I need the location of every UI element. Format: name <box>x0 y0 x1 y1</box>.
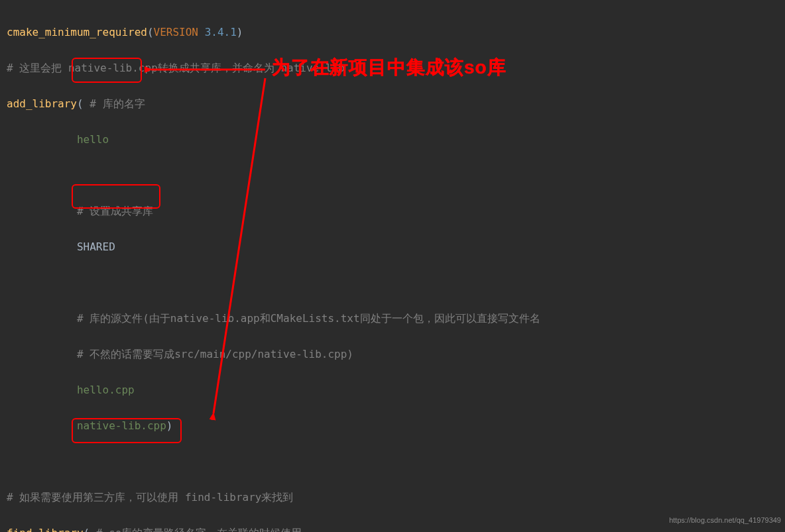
token-comment-hash: # <box>7 62 19 74</box>
token-comment-hash: # <box>77 348 90 360</box>
token-comment: 库的源文件(由于native-lib.app和CMakeLists.txt同处于… <box>90 312 540 325</box>
token-paren: ( <box>147 26 154 38</box>
token-ident-hello: hello <box>77 133 109 146</box>
token-comment: 库的名字 <box>103 97 145 110</box>
token-comment: 不然的话需要写成src/main/cpp/native-lib.cpp) <box>90 348 353 360</box>
token-number: 3.4.1 <box>205 26 237 38</box>
token-comment-hash: # <box>77 312 90 325</box>
token-comment-hash: # <box>7 491 19 504</box>
code-line: native-lib.cpp) <box>7 417 785 435</box>
token-comment-hash: # <box>77 205 90 217</box>
token-comment: 设置成共享库 <box>90 205 153 217</box>
code-editor: cmake_minimum_required(VERSION 3.4.1) # … <box>0 0 785 532</box>
token-comment: so库的变量路径名字，在关联的时候使用 <box>109 527 302 532</box>
code-line: # 不然的话需要写成src/main/cpp/native-lib.cpp) <box>7 345 785 363</box>
token-paren: ( <box>77 97 90 110</box>
code-line: # 这里会把 native-lib.cpp转换成共享库，并命名为 native-… <box>7 59 785 77</box>
token-paren: ) <box>237 26 243 38</box>
token-comment: 这里会把 native-lib.cpp转换成共享库，并命名为 native-li… <box>19 62 344 74</box>
code-line: add_library( # 库的名字 <box>7 95 785 113</box>
code-line-empty <box>7 274 785 292</box>
code-line: # 库的源文件(由于native-lib.app和CMakeLists.txt同… <box>7 309 785 327</box>
token-ident-hello-cpp: hello.cpp <box>77 384 135 396</box>
token-comment-hash: # <box>96 527 109 532</box>
code-line-empty <box>7 166 785 184</box>
code-line-empty <box>7 452 785 470</box>
code-line: cmake_minimum_required(VERSION 3.4.1) <box>7 23 785 41</box>
token-comment: 如果需要使用第三方库，可以使用 find-library来找到 <box>19 491 293 504</box>
token-comment-hash: # <box>90 97 102 110</box>
token-func: cmake_minimum_required <box>7 26 147 38</box>
code-line: hello.cpp <box>7 381 785 399</box>
code-line: find_library( # so库的变量路径名字，在关联的时候使用 <box>7 524 785 532</box>
token-paren: ) <box>166 419 173 432</box>
watermark: https://blog.csdn.net/qq_41979349 <box>669 511 781 529</box>
token-ident: native-lib.cpp <box>77 419 166 432</box>
code-line: SHARED <box>7 238 785 256</box>
code-line: # 如果需要使用第三方库，可以使用 find-library来找到 <box>7 488 785 506</box>
token-func: add_library <box>7 97 77 110</box>
token-paren: ( <box>84 527 96 532</box>
code-line: hello <box>7 131 785 148</box>
code-line: # 设置成共享库 <box>7 202 785 220</box>
token-keyword-shared: SHARED <box>77 240 115 253</box>
token-func: find_library <box>7 527 84 532</box>
token-keyword: VERSION <box>154 26 198 38</box>
